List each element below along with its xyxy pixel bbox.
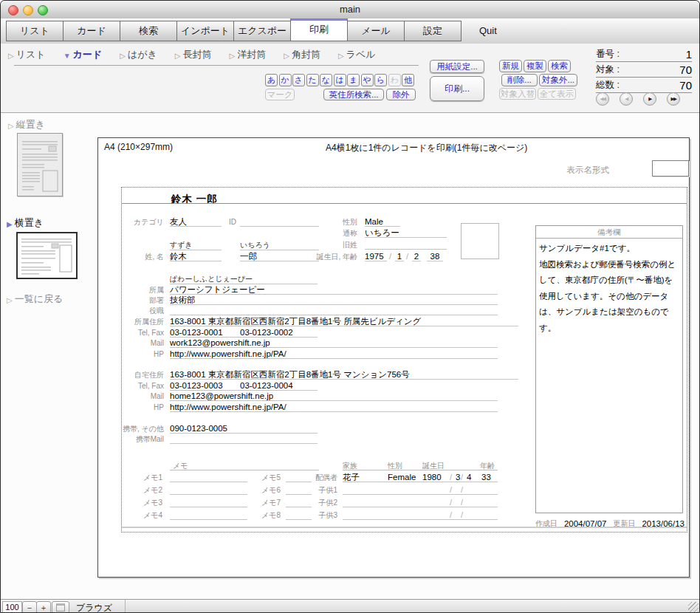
kana-filter-button[interactable]: は bbox=[334, 74, 346, 86]
tab[interactable]: インポート bbox=[176, 21, 234, 41]
date-slash: / bbox=[461, 497, 463, 507]
status-area-toggle-icon[interactable] bbox=[52, 601, 69, 613]
print-format-label: はがき bbox=[128, 48, 157, 61]
last-record-icon[interactable]: ▶▶ bbox=[667, 92, 680, 106]
memo-label: メモ1 bbox=[122, 472, 162, 482]
print-format-item[interactable]: 長封筒 bbox=[175, 48, 212, 61]
print-format-item[interactable]: 角封筒 bbox=[284, 48, 320, 61]
print-format-label: 長封筒 bbox=[182, 48, 211, 61]
zoom-out-icon[interactable]: − bbox=[22, 601, 37, 613]
resize-grip-icon[interactable] bbox=[688, 602, 699, 612]
zoom-level[interactable]: 100 bbox=[2, 601, 22, 613]
duplicate-record-button[interactable]: 複製 bbox=[524, 60, 546, 72]
company-value: パワーシフトジェーピー bbox=[170, 284, 498, 295]
portrait-thumbnail[interactable] bbox=[17, 133, 63, 196]
zoom-in-icon[interactable]: + bbox=[36, 601, 51, 613]
english-address-search-button[interactable]: 英住所検索... bbox=[323, 89, 384, 100]
spouse-birth-year: 1980 bbox=[422, 472, 442, 482]
kana-filter-button[interactable]: さ bbox=[292, 74, 305, 86]
position-label: 役職 bbox=[122, 305, 164, 315]
paper-size-label: A4 (210×297mm) bbox=[104, 142, 173, 152]
print-format-item[interactable]: リスト bbox=[8, 48, 46, 61]
tab[interactable]: エクスポート bbox=[233, 21, 291, 41]
mark-button[interactable]: マーク bbox=[265, 89, 295, 100]
back-to-list-label: 一覧に戻る bbox=[15, 292, 64, 306]
tab[interactable]: 検索 bbox=[120, 21, 177, 41]
print-format-item[interactable]: カード bbox=[64, 48, 103, 61]
display-name-format-input[interactable] bbox=[652, 160, 689, 177]
kana-filter-button[interactable]: わ bbox=[388, 74, 401, 86]
child-label: 子供2 bbox=[295, 497, 337, 507]
record-number-value[interactable]: 1 bbox=[686, 48, 692, 61]
sidebar-item-landscape[interactable]: 横置き bbox=[7, 216, 44, 230]
quit-button[interactable]: Quit bbox=[479, 18, 497, 44]
main-tabs: リストカード検索インポートエクスポート印刷メール設定 bbox=[7, 21, 461, 41]
layout-icon bbox=[56, 603, 65, 612]
print-format-label: リスト bbox=[16, 48, 46, 61]
find-button[interactable]: 検索 bbox=[548, 60, 571, 72]
omit-record-button[interactable]: 対象外... bbox=[539, 74, 577, 86]
memo-field bbox=[170, 484, 247, 495]
work-hp-value: http://www.powershift.ne.jp/PA/ bbox=[170, 349, 498, 359]
kana-filter-button[interactable]: 他 bbox=[402, 74, 414, 86]
kana-filter-button[interactable]: ま bbox=[347, 74, 360, 86]
notes-header: 備考欄 bbox=[536, 226, 682, 239]
tab[interactable]: リスト bbox=[6, 21, 64, 41]
paper-setup-button[interactable]: 用紙設定... bbox=[430, 60, 484, 73]
memo-label: メモ2 bbox=[122, 484, 162, 495]
show-all-button[interactable]: 全て表示 bbox=[538, 88, 576, 100]
kana-filter-button[interactable]: ら bbox=[374, 74, 387, 86]
mobile-label: 携帯, その他 bbox=[122, 423, 164, 434]
previous-record-icon[interactable]: ◀ bbox=[620, 92, 633, 106]
kana-last-name: すずき bbox=[170, 240, 222, 250]
last-name-value: 鈴木 bbox=[170, 251, 222, 261]
kana-filter-button[interactable]: な bbox=[320, 74, 332, 86]
exclude-button[interactable]: 除外 bbox=[386, 89, 416, 100]
mode-label[interactable]: ブラウズ bbox=[76, 602, 112, 613]
print-description: A4横1枚に1件のレコードを印刷(1件毎に改ページ) bbox=[326, 142, 527, 154]
work-fax-value: 03-0123-0002 bbox=[240, 327, 293, 338]
sidebar-item-back-to-list[interactable]: 一覧に戻る bbox=[7, 292, 63, 306]
tab[interactable]: メール bbox=[347, 21, 405, 41]
child-row: 子供1 / / bbox=[295, 484, 502, 497]
triangle-icon bbox=[8, 49, 14, 61]
swap-found-set-button[interactable]: 対象入替 bbox=[499, 88, 536, 100]
spouse-birth-month: 3 bbox=[456, 472, 460, 482]
print-format-item[interactable]: 洋封筒 bbox=[229, 48, 266, 61]
kana-filter-button[interactable]: あ bbox=[265, 74, 278, 86]
spouse-gender-value: Female bbox=[388, 472, 416, 482]
gender-value: Male bbox=[365, 216, 400, 227]
work-telfax-label: Tel, Fax bbox=[122, 327, 164, 338]
app-window: main リストカード検索インポートエクスポート印刷メール設定 Quit リスト… bbox=[0, 0, 700, 613]
kana-filter-button[interactable]: た bbox=[306, 74, 319, 86]
date-slash: / bbox=[389, 251, 391, 261]
triangle-icon bbox=[64, 49, 71, 61]
nickname-value: いちろー bbox=[365, 227, 447, 238]
delete-record-button[interactable]: 削除... bbox=[501, 74, 538, 86]
kana-filter-button[interactable]: や bbox=[361, 74, 374, 86]
record-card: 鈴木 一郎 カテゴリ 友人 ID 性別 Male 通称 いちろー すずき いちろ… bbox=[121, 187, 687, 532]
position-field bbox=[170, 305, 498, 315]
triangle-icon bbox=[175, 49, 181, 61]
tab[interactable]: 設定 bbox=[404, 21, 461, 41]
print-format-item[interactable]: はがき bbox=[120, 48, 157, 61]
mobile-mail-label: 携帯Mail bbox=[122, 434, 164, 444]
notes-text: サンプルデータ#1です。 地図検索および郵便番号検索の例として、東京都庁の住所(… bbox=[536, 239, 682, 338]
title-bar: main bbox=[1, 1, 699, 19]
print-format-item[interactable]: ラベル bbox=[338, 48, 376, 61]
memo-label: メモ7 bbox=[255, 497, 281, 507]
child-label: 子供1 bbox=[295, 484, 337, 495]
kana-filter-button[interactable]: か bbox=[279, 74, 292, 86]
next-record-icon[interactable]: ▶ bbox=[643, 92, 656, 106]
print-button[interactable]: 印刷... bbox=[430, 76, 484, 101]
memo-row: メモ2 bbox=[122, 484, 255, 497]
tab[interactable]: 印刷 bbox=[290, 18, 348, 41]
sidebar-item-portrait[interactable]: 縦置き bbox=[8, 118, 45, 131]
first-record-icon[interactable]: ◀◀ bbox=[596, 92, 609, 106]
landscape-thumbnail[interactable] bbox=[16, 232, 78, 279]
tab[interactable]: カード bbox=[63, 21, 120, 41]
memo-row: メモ1 bbox=[122, 472, 255, 484]
new-record-button[interactable]: 新規 bbox=[499, 60, 522, 72]
spouse-label: 配偶者 bbox=[295, 472, 337, 482]
home-address-label: 自宅住所 bbox=[122, 369, 164, 380]
